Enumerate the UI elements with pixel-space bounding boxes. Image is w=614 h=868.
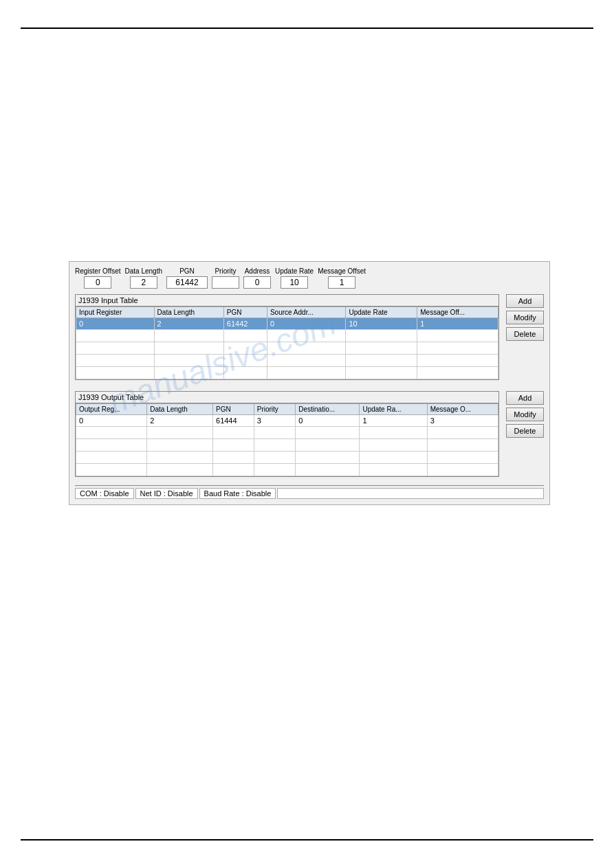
output-table-empty-cell bbox=[427, 452, 498, 464]
input-table-container: J1939 Input Table Input Register Data Le… bbox=[75, 294, 499, 380]
top-rule bbox=[21, 27, 593, 29]
output-table-cell: 3 bbox=[427, 415, 498, 427]
baud-rate-status: Baud Rate : Disable bbox=[199, 488, 276, 499]
output-table-empty-row bbox=[76, 427, 498, 439]
input-table-empty-cell bbox=[223, 355, 267, 367]
output-col-priority: Priority bbox=[254, 404, 296, 415]
output-table-empty-cell bbox=[360, 452, 427, 464]
output-table-empty-cell bbox=[254, 427, 296, 439]
input-table-title: J1939 Input Table bbox=[76, 295, 498, 307]
input-delete-button[interactable]: Delete bbox=[506, 327, 544, 341]
priority-input[interactable] bbox=[212, 276, 239, 289]
output-col-pgn: PGN bbox=[213, 404, 254, 415]
input-table-empty-cell bbox=[417, 355, 498, 367]
main-panel: Register Offset Data Length PGN Priority… bbox=[69, 261, 550, 505]
output-modify-button[interactable]: Modify bbox=[506, 408, 544, 421]
update-rate-group: Update Rate bbox=[275, 267, 314, 289]
output-table-empty-cell bbox=[147, 439, 213, 452]
message-offset-input[interactable] bbox=[328, 276, 355, 289]
output-table-cell: 0 bbox=[76, 415, 147, 427]
output-table-empty-cell bbox=[296, 439, 360, 452]
output-table-empty-cell bbox=[427, 439, 498, 452]
priority-group: Priority bbox=[212, 267, 239, 289]
output-table-cell: 1 bbox=[360, 415, 427, 427]
input-add-button[interactable]: Add bbox=[506, 294, 544, 308]
update-rate-input[interactable] bbox=[281, 276, 308, 289]
status-bar: COM : Disable Net ID : Disable Baud Rate… bbox=[75, 485, 544, 499]
input-table-empty-row bbox=[76, 330, 498, 342]
input-table-cell: 61442 bbox=[223, 318, 267, 330]
input-table-empty-cell bbox=[76, 367, 155, 379]
address-group: Address bbox=[243, 267, 271, 289]
register-offset-input[interactable] bbox=[84, 276, 111, 289]
input-table-empty-cell bbox=[223, 330, 267, 342]
output-table-wrapper: J1939 Output Table Output Reg... Data Le… bbox=[75, 391, 499, 482]
input-table-empty-cell bbox=[76, 355, 155, 367]
output-table-empty-cell bbox=[360, 439, 427, 452]
output-table-cell: 2 bbox=[147, 415, 213, 427]
output-table-empty-cell bbox=[147, 452, 213, 464]
priority-label: Priority bbox=[215, 267, 236, 275]
output-delete-button[interactable]: Delete bbox=[506, 424, 544, 438]
output-table-empty-cell bbox=[296, 464, 360, 476]
pgn-input[interactable] bbox=[166, 276, 208, 289]
input-table-empty-cell bbox=[154, 330, 223, 342]
input-col-update-rate: Update Rate bbox=[346, 307, 417, 318]
input-modify-button[interactable]: Modify bbox=[506, 311, 544, 324]
input-table-empty-cell bbox=[223, 342, 267, 355]
output-add-button[interactable]: Add bbox=[506, 391, 544, 405]
input-table-cell: 1 bbox=[417, 318, 498, 330]
input-table-empty-row bbox=[76, 342, 498, 355]
status-empty bbox=[277, 488, 544, 499]
input-table-section: J1939 Input Table Input Register Data Le… bbox=[75, 294, 544, 386]
output-table-empty-cell bbox=[254, 439, 296, 452]
input-table-empty-cell bbox=[76, 330, 155, 342]
input-table-cell: 2 bbox=[154, 318, 223, 330]
output-table-row[interactable]: 02614443013 bbox=[76, 415, 498, 427]
address-input[interactable] bbox=[243, 276, 271, 289]
output-table-empty-cell bbox=[427, 464, 498, 476]
input-table-empty-cell bbox=[267, 330, 345, 342]
input-table-empty-cell bbox=[417, 342, 498, 355]
input-table-cell: 0 bbox=[76, 318, 155, 330]
data-length-input[interactable] bbox=[130, 276, 157, 289]
input-table-wrapper: J1939 Input Table Input Register Data Le… bbox=[75, 294, 499, 386]
output-col-message-offset: Message O... bbox=[427, 404, 498, 415]
output-table-empty-cell bbox=[147, 464, 213, 476]
output-table-empty-cell bbox=[213, 439, 254, 452]
bottom-rule bbox=[21, 839, 593, 841]
output-table-cell: 61444 bbox=[213, 415, 254, 427]
output-table-empty-cell bbox=[360, 427, 427, 439]
output-table-empty-cell bbox=[76, 464, 147, 476]
input-table-empty-row bbox=[76, 355, 498, 367]
input-col-register: Input Register bbox=[76, 307, 155, 318]
output-table-empty-row bbox=[76, 452, 498, 464]
output-table-empty-cell bbox=[213, 452, 254, 464]
input-table-empty-cell bbox=[346, 367, 417, 379]
message-offset-label: Message Offset bbox=[318, 267, 366, 275]
register-offset-label: Register Offset bbox=[75, 267, 121, 275]
input-col-data-length: Data Length bbox=[154, 307, 223, 318]
output-col-destination: Destinatio... bbox=[296, 404, 360, 415]
output-table-empty-cell bbox=[360, 464, 427, 476]
input-table-row[interactable]: 02614420101 bbox=[76, 318, 498, 330]
output-table-container: J1939 Output Table Output Reg... Data Le… bbox=[75, 391, 499, 477]
output-table-empty-cell bbox=[254, 464, 296, 476]
output-table-empty-row bbox=[76, 439, 498, 452]
output-table-empty-row bbox=[76, 464, 498, 476]
output-table-empty-cell bbox=[296, 452, 360, 464]
data-length-label: Data Length bbox=[125, 267, 163, 275]
output-btn-group: Add Modify Delete bbox=[506, 391, 544, 438]
input-table-empty-cell bbox=[154, 342, 223, 355]
fields-row: Register Offset Data Length PGN Priority… bbox=[75, 267, 544, 289]
output-table: Output Reg... Data Length PGN Priority D… bbox=[76, 403, 498, 476]
input-table-empty-cell bbox=[417, 367, 498, 379]
input-col-source-addr: Source Addr... bbox=[267, 307, 345, 318]
output-table-empty-cell bbox=[76, 439, 147, 452]
output-table-title: J1939 Output Table bbox=[76, 392, 498, 403]
pgn-label: PGN bbox=[179, 267, 195, 275]
input-col-pgn: PGN bbox=[223, 307, 267, 318]
message-offset-group: Message Offset bbox=[318, 267, 366, 289]
output-table-empty-cell bbox=[76, 427, 147, 439]
input-table-cell: 10 bbox=[346, 318, 417, 330]
